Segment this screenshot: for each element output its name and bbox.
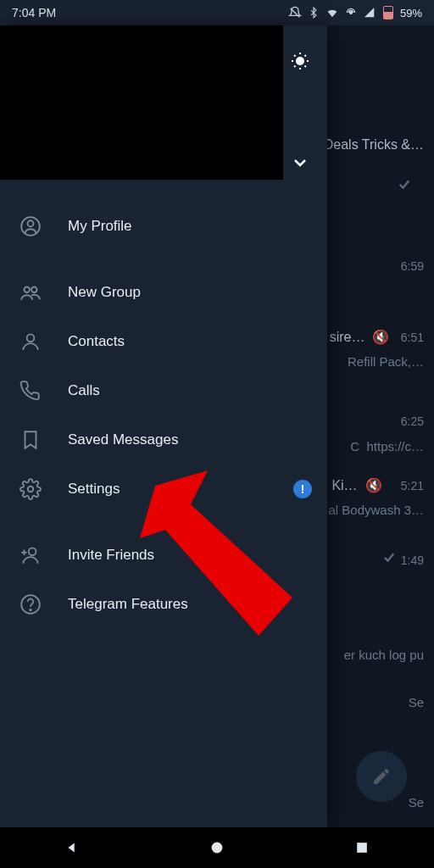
wifi-icon	[326, 6, 339, 19]
nav-back-button[interactable]	[62, 837, 82, 858]
menu-settings[interactable]: Settings !	[0, 465, 327, 514]
svg-point-21	[30, 609, 31, 611]
menu-calls[interactable]: Calls	[0, 366, 327, 415]
system-nav-bar	[0, 827, 434, 868]
svg-rect-24	[357, 843, 367, 853]
navigation-drawer: My Profile New Group Contacts Calls	[0, 25, 327, 827]
menu-label: New Group	[68, 284, 141, 301]
profile-image[interactable]	[0, 25, 283, 180]
chat-time: 6:59	[401, 259, 424, 273]
menu-label: Saved Messages	[68, 431, 178, 448]
chat-preview: al Bodywash 3…	[328, 503, 424, 517]
compose-fab[interactable]	[356, 751, 407, 802]
hotspot-icon	[344, 6, 358, 19]
status-time: 7:04 PM	[12, 6, 56, 19]
menu-label: Settings	[68, 481, 120, 498]
theme-toggle-button[interactable]	[290, 51, 310, 71]
status-bar: 7:04 PM 59%	[0, 0, 434, 25]
chat-snippet: Se	[409, 795, 424, 810]
svg-point-2	[296, 57, 304, 65]
divider	[0, 251, 327, 268]
profile-icon	[19, 214, 42, 238]
menu-saved-messages[interactable]: Saved Messages	[0, 415, 327, 465]
svg-line-10	[305, 55, 307, 57]
svg-point-14	[31, 287, 37, 293]
svg-line-9	[294, 66, 296, 68]
settings-badge: !	[293, 480, 312, 498]
svg-point-17	[29, 548, 36, 555]
gear-icon	[19, 477, 42, 501]
nav-recent-button[interactable]	[352, 837, 372, 858]
chat-title: Deals Tricks &…	[324, 137, 424, 152]
chat-time: 1:49	[401, 554, 424, 567]
menu-label: Telegram Features	[68, 596, 188, 613]
menu-telegram-features[interactable]: Telegram Features	[0, 580, 327, 629]
nav-home-button[interactable]	[207, 837, 227, 858]
check-icon	[397, 180, 412, 194]
menu-label: My Profile	[68, 218, 132, 235]
svg-point-1	[350, 12, 353, 14]
signal-icon	[363, 6, 376, 19]
menu-invite-friends[interactable]: Invite Friends	[0, 531, 327, 580]
check-icon	[381, 553, 397, 567]
add-user-icon	[19, 543, 42, 567]
svg-point-12	[28, 220, 34, 226]
chat-time: 6:25	[401, 415, 424, 428]
menu-contacts[interactable]: Contacts	[0, 317, 327, 366]
help-icon	[19, 593, 42, 616]
menu-new-group[interactable]: New Group	[0, 268, 327, 317]
svg-point-13	[24, 287, 30, 293]
chat-preview: er kuch log pu	[344, 648, 424, 662]
menu-label: Contacts	[68, 333, 125, 350]
chat-preview: Refill Pack,…	[348, 354, 424, 369]
drawer-header	[0, 25, 327, 181]
svg-line-8	[305, 66, 307, 68]
svg-point-16	[28, 487, 34, 492]
battery-percent: 59%	[400, 7, 422, 19]
menu-list: My Profile New Group Contacts Calls	[0, 181, 327, 629]
chat-time: 6:51	[401, 331, 424, 344]
chat-title: Ki…	[331, 478, 357, 492]
svg-point-23	[212, 843, 223, 854]
account-expand-button[interactable]	[290, 153, 310, 173]
svg-line-7	[294, 55, 296, 57]
chat-snippet: Se	[409, 695, 424, 709]
menu-my-profile[interactable]: My Profile	[0, 202, 327, 251]
phone-icon	[19, 379, 42, 403]
chat-title: sire…	[330, 330, 365, 344]
status-right: 59%	[288, 6, 422, 19]
menu-label: Invite Friends	[68, 547, 154, 564]
battery-icon	[381, 6, 395, 19]
dnd-icon	[288, 6, 302, 19]
bluetooth-icon	[307, 6, 320, 19]
group-icon	[19, 281, 42, 304]
contact-icon	[19, 330, 42, 353]
bookmark-icon	[19, 428, 42, 452]
chat-preview: C https://c…	[350, 439, 424, 453]
divider	[0, 514, 327, 531]
svg-point-15	[27, 334, 35, 342]
chat-time: 5:21	[401, 479, 424, 492]
menu-label: Calls	[68, 382, 100, 399]
